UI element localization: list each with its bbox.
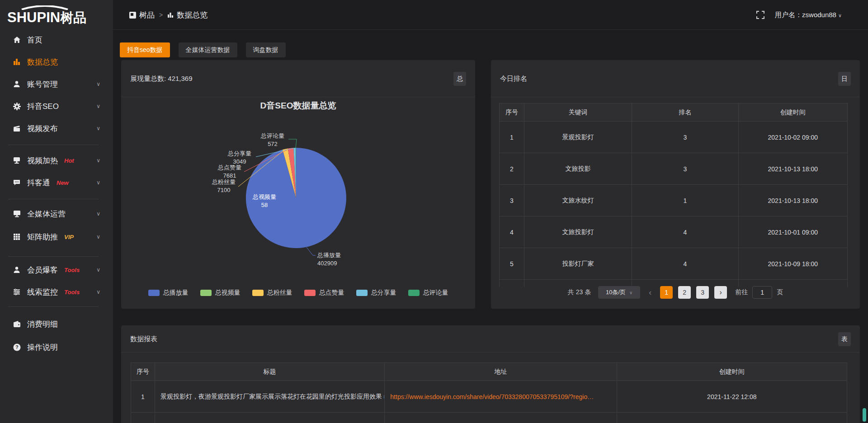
sidebar-item-home[interactable]: 首页 — [0, 31, 113, 49]
ranking-table-row: 2 文旅投影 3 2021-10-13 18:00 — [500, 153, 847, 185]
legend-item-fans[interactable]: 总粉丝量 — [252, 289, 292, 297]
logo-text-cn: 树品 — [60, 10, 86, 25]
grid-icon — [13, 233, 21, 241]
topbar: 树品 > 数据总览 用户名：zswodun88∨ — [113, 0, 868, 30]
member-icon — [13, 266, 21, 274]
sidebar-item-label: 抖音SEO — [27, 101, 59, 112]
label-fans-name: 总粉丝量 — [212, 179, 236, 185]
scrollbar-thumb[interactable] — [863, 408, 866, 422]
sidebar-item-label: 视频发布 — [27, 123, 58, 134]
ranking-table-row: 4 文旅投影灯 4 2021-10-01 09:00 — [500, 216, 847, 248]
col-header-title: 标题 — [155, 363, 385, 381]
tab-inquiry[interactable]: 询盘数据 — [246, 42, 286, 57]
tools-badge: Tools — [64, 289, 80, 296]
fullscreen-icon[interactable] — [756, 10, 765, 19]
sidebar-divider — [8, 306, 99, 307]
legend-item-comments[interactable]: 总评论量 — [408, 289, 448, 297]
prev-page-button[interactable]: ‹ — [646, 286, 655, 299]
bar-chart-icon — [13, 58, 21, 66]
report-row-title: 景观投影灯，夜游景观投影灯厂家展示展示落花灯在花园里的灯光投影应用效果 # — [155, 381, 385, 412]
leader-plays — [307, 247, 316, 255]
sidebar-item-member[interactable]: 会员爆客 Tools ∨ — [0, 261, 113, 279]
legend-item-plays[interactable]: 总播放量 — [148, 289, 189, 297]
ranking-table-row: 1 景观投影灯 3 2021-10-02 09:00 — [500, 122, 847, 153]
report-title: 数据报表 — [130, 325, 157, 352]
sidebar-item-media-ops[interactable]: 全媒体运营 ∨ — [0, 205, 113, 223]
report-row-url-link[interactable]: https://www.iesdouyin.com/share/video/70… — [390, 393, 594, 400]
sidebar-item-label: 全媒体运营 — [27, 209, 66, 219]
legend-item-videos[interactable]: 总视频量 — [200, 289, 241, 297]
page-button-2[interactable]: 2 — [678, 286, 691, 299]
report-table-row: 1 景观投影灯，夜游景观投影灯厂家展示展示落花灯在花园里的灯光投影应用效果 # … — [131, 381, 847, 413]
legend-swatch — [200, 290, 212, 296]
sidebar-item-label: 矩阵助推 — [27, 232, 58, 242]
label-likes-value: 7681 — [223, 172, 236, 179]
chevron-down-icon: ∨ — [96, 211, 100, 217]
breadcrumb-separator: > — [159, 11, 163, 19]
col-header-keyword: 关键词 — [524, 103, 632, 121]
pie-chart: 总评论量 572 总分享量 3049 总点赞量 7681 总粉丝量 7100 总… — [121, 60, 475, 309]
day-badge[interactable]: 日 — [838, 72, 851, 86]
tab-douyin-seo[interactable]: 抖音seo数据 — [120, 42, 170, 57]
app-square-icon — [129, 12, 136, 19]
goto-label: 前往 — [735, 288, 748, 296]
sidebar-item-matrix-boost[interactable]: 矩阵助推 VIP ∨ — [0, 228, 113, 246]
help-icon: ? — [13, 343, 21, 351]
breadcrumb-home[interactable]: 树品 — [129, 10, 155, 20]
breadcrumb-current[interactable]: 数据总览 — [167, 10, 208, 20]
sidebar-item-data-overview[interactable]: 数据总览 — [0, 53, 113, 71]
label-plays-name: 总播放量 — [317, 252, 341, 258]
topbar-right: 用户名：zswodun88∨ — [756, 0, 842, 30]
next-page-button[interactable]: › — [714, 286, 727, 299]
app-logo: SHUPIN树品 — [7, 5, 107, 26]
col-header-rank: 排名 — [632, 103, 738, 121]
label-comments-name: 总评论量 — [260, 132, 284, 139]
col-header-seq: 序号 — [500, 103, 524, 121]
sidebar-item-consumption[interactable]: 消费明细 — [0, 315, 113, 333]
sidebar-item-clue-monitor[interactable]: 线索监控 Tools ∨ — [0, 283, 113, 301]
legend-item-shares[interactable]: 总分享量 — [356, 289, 396, 297]
sidebar-item-video-heat[interactable]: 视频加热 Hot ∨ — [0, 151, 113, 169]
report-table: 序号 标题 地址 创建时间 1 景观投影灯，夜游景观投影灯厂家展示展示落花灯在花… — [131, 362, 847, 423]
label-plays-value: 402909 — [317, 260, 337, 267]
report-table-header: 序号 标题 地址 创建时间 — [131, 363, 847, 381]
pagination-total: 共 23 条 — [568, 288, 591, 296]
page-size-select[interactable]: 10条/页∨ — [598, 286, 640, 299]
sidebar-item-label: 数据总览 — [27, 57, 58, 67]
sidebar-item-account[interactable]: 账号管理 ∨ — [0, 75, 113, 93]
label-fans-value: 7100 — [217, 187, 231, 193]
legend-swatch — [408, 290, 420, 296]
chevron-down-icon: ∨ — [96, 157, 100, 164]
page-button-1[interactable]: 1 — [660, 286, 673, 299]
sidebar-item-video-publish[interactable]: 视频发布 ∨ — [0, 119, 113, 137]
chevron-down-icon: ∨ — [96, 103, 100, 109]
chevron-down-icon: ∨ — [96, 267, 100, 273]
sidebar-item-label: 视频加热 — [27, 155, 58, 166]
mini-bar-chart-icon — [167, 12, 174, 18]
label-videos-name: 总视频量 — [252, 193, 276, 200]
monitor-icon — [13, 210, 21, 218]
goto-page-input[interactable] — [752, 286, 772, 299]
col-header-created: 创建时间 — [739, 103, 847, 121]
sidebar-item-douketong[interactable]: 抖客通 New ∨ — [0, 174, 113, 192]
page-button-3[interactable]: 3 — [696, 286, 709, 299]
report-table-row-partial — [131, 413, 847, 423]
chart-legend: 总播放量 总视频量 总粉丝量 总点赞量 总分享量 总评论量 — [121, 289, 475, 297]
sidebar: SHUPIN树品 首页 数据总览 账号管理 ∨ 抖音SEO ∨ 视频发布 ∨ — [0, 0, 113, 423]
legend-item-likes[interactable]: 总点赞量 — [304, 289, 344, 297]
sidebar-item-douyin-seo[interactable]: 抖音SEO ∨ — [0, 97, 113, 115]
gear-icon — [13, 102, 21, 110]
user-menu[interactable]: 用户名：zswodun88∨ — [775, 11, 842, 19]
hot-badge: Hot — [64, 157, 74, 164]
seo-chart-panel: 展现量总数: 421,369 总 D音SEO数据量总览 总评论量 572 总分享… — [121, 60, 475, 309]
table-badge[interactable]: 表 — [838, 332, 851, 346]
legend-swatch — [252, 290, 264, 296]
data-report-panel: 数据报表 表 序号 标题 地址 创建时间 1 景观投影灯，夜游景观投影灯厂家展示… — [121, 325, 860, 423]
label-comments-value: 572 — [268, 141, 278, 147]
chevron-down-icon: ∨ — [838, 13, 842, 18]
tab-media-ops[interactable]: 全媒体运营数据 — [179, 42, 237, 57]
sidebar-item-help[interactable]: ? 操作说明 — [0, 338, 113, 356]
sidebar-divider — [8, 199, 99, 199]
label-shares-name: 总分享量 — [227, 150, 251, 157]
report-panel-header: 数据报表 表 — [121, 325, 860, 352]
